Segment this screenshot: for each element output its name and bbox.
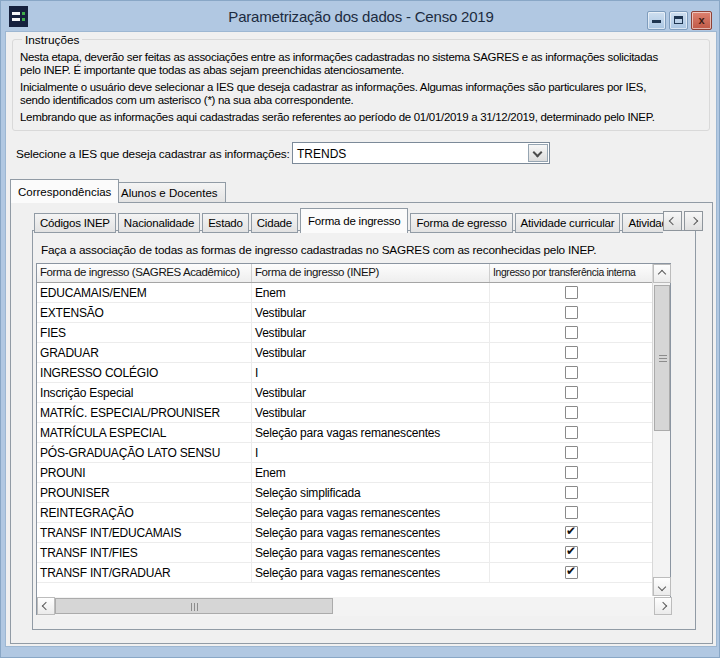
scroll-right-button[interactable] [654,597,672,615]
ies-combobox[interactable]: TRENDS [292,142,550,164]
grid-row[interactable]: PROUNISERSeleção simplificada✔ [37,483,654,503]
grid-row[interactable]: PROUNIEnem✔ [37,463,654,483]
cell-transferencia: ✔ [490,383,654,402]
grid-row[interactable]: REINTEGRAÇÃOSeleção para vagas remanesce… [37,503,654,523]
ies-combobox-dropdown-button[interactable] [528,144,548,162]
tab-scroll-prev-button[interactable] [663,211,682,231]
tab-alunos-e-docentes[interactable]: Alunos e Docentes [113,182,226,203]
column-header-transferencia[interactable]: Ingresso por transferência interna [490,264,654,282]
grid-row[interactable]: TRANSF INT/FIESSeleção para vagas remane… [37,543,654,563]
transfer-interna-checkbox[interactable]: ✔ [565,466,578,479]
transfer-interna-checkbox[interactable]: ✔ [565,486,578,499]
cell-sagres[interactable]: MATRÍC. ESPECIAL/PROUNISER [37,403,252,422]
cell-sagres[interactable]: PROUNISER [37,483,252,502]
minimize-button[interactable] [647,11,666,30]
chevron-down-icon [533,148,543,158]
grid-row[interactable]: EXTENSÃOVestibular✔ [37,303,654,323]
dialog-content: Instruções Nesta etapa, deverão ser feit… [5,31,717,647]
cell-sagres[interactable]: MATRÍCULA ESPECIAL [37,423,252,442]
thumb-grip-icon [191,603,198,611]
cell-sagres[interactable]: TRANSF INT/FIES [37,543,252,562]
forma-de-ingresso-panel: Faça a associação de todas as formas de … [32,230,696,630]
cell-sagres[interactable]: EXTENSÃO [37,303,252,322]
cell-sagres[interactable]: TRANSF INT/GRADUAR [37,563,252,582]
title-bar[interactable]: Parametrização dos dados - Censo 2019 x [1,1,720,31]
cell-inep[interactable]: Seleção para vagas remanescentes [252,503,490,522]
instructions-groupbox: Instruções Nesta etapa, deverão ser feit… [12,39,710,131]
cell-inep[interactable]: I [252,363,490,382]
cell-inep[interactable]: Vestibular [252,303,490,322]
cell-sagres[interactable]: INGRESSO COLÉGIO [37,363,252,382]
cell-transferencia: ✔ [490,523,654,542]
grid-row[interactable]: MATRÍCULA ESPECIALSeleção para vagas rem… [37,423,654,443]
cell-inep[interactable]: Seleção para vagas remanescentes [252,543,490,562]
transfer-interna-checkbox[interactable]: ✔ [565,566,578,579]
scroll-down-button[interactable] [653,577,671,596]
cell-sagres[interactable]: EDUCAMAIS/ENEM [37,283,252,302]
tab-scroll-next-button[interactable] [684,211,703,231]
tab-forma-de-ingresso[interactable]: Forma de ingresso [300,208,408,233]
vertical-scrollbar-thumb[interactable] [654,285,670,431]
grid-row[interactable]: GRADUARVestibular✔ [37,343,654,363]
cell-sagres[interactable]: Inscrição Especial [37,383,252,402]
tab-correspondencias[interactable]: Correspondências [10,179,119,203]
cell-inep[interactable]: Vestibular [252,343,490,362]
cell-sagres[interactable]: REINTEGRAÇÃO [37,503,252,522]
column-header-sagres[interactable]: Forma de ingresso (SAGRES Acadêmico) [37,264,252,282]
close-button[interactable]: x [691,11,712,30]
cell-sagres[interactable]: FIES [37,323,252,342]
cell-sagres[interactable]: PÓS-GRADUAÇÃO LATO SENSU [37,443,252,462]
tab-atividade-extracu[interactable]: Atividade extracu [622,213,663,233]
transfer-interna-checkbox[interactable]: ✔ [565,426,578,439]
grid-row[interactable]: FIESVestibular✔ [37,323,654,343]
cell-inep[interactable]: Seleção para vagas remanescentes [252,423,490,442]
cell-inep[interactable]: Seleção para vagas remanescentes [252,563,490,582]
horizontal-scrollbar-thumb[interactable] [55,598,333,614]
tab-nacionalidade[interactable]: Nacionalidade [118,213,200,233]
tab-atividade-curricular[interactable]: Atividade curricular [515,213,621,233]
cell-transferencia: ✔ [490,323,654,342]
transfer-interna-checkbox[interactable]: ✔ [565,406,578,419]
checkmark-icon: ✔ [566,524,576,538]
tab-estado[interactable]: Estado [202,213,249,233]
transfer-interna-checkbox[interactable]: ✔ [565,386,578,399]
tab-forma-de-egresso[interactable]: Forma de egresso [410,213,512,233]
cell-inep[interactable]: Enem [252,463,490,482]
transfer-interna-checkbox[interactable]: ✔ [565,346,578,359]
checkmark-icon: ✔ [566,544,576,558]
transfer-interna-checkbox[interactable]: ✔ [565,366,578,379]
cell-inep[interactable]: I [252,443,490,462]
transfer-interna-checkbox[interactable]: ✔ [565,286,578,299]
cell-inep[interactable]: Vestibular [252,323,490,342]
grid-body: EDUCAMAIS/ENEMEnem✔EXTENSÃOVestibular✔FI… [37,283,654,583]
grid-row[interactable]: TRANSF INT/EDUCAMAISSeleção para vagas r… [37,523,654,543]
grid-row[interactable]: PÓS-GRADUAÇÃO LATO SENSUI✔ [37,443,654,463]
grid-row[interactable]: Inscrição EspecialVestibular✔ [37,383,654,403]
grid-row[interactable]: EDUCAMAIS/ENEMEnem✔ [37,283,654,303]
cell-inep[interactable]: Enem [252,283,490,302]
cell-sagres[interactable]: GRADUAR [37,343,252,362]
tab-cidade[interactable]: Cidade [251,213,298,233]
scroll-left-button[interactable] [37,597,55,615]
cell-inep[interactable]: Seleção simplificada [252,483,490,502]
cell-sagres[interactable]: PROUNI [37,463,252,482]
tab-codigos-inep[interactable]: Códigos INEP [34,213,116,233]
vertical-scrollbar[interactable] [652,264,670,596]
transfer-interna-checkbox[interactable]: ✔ [565,446,578,459]
scroll-up-button[interactable] [653,264,671,283]
grid-row[interactable]: INGRESSO COLÉGIOI✔ [37,363,654,383]
transfer-interna-checkbox[interactable]: ✔ [565,306,578,319]
grid-row[interactable]: TRANSF INT/GRADUARSeleção para vagas rem… [37,563,654,583]
maximize-button[interactable] [669,11,688,30]
transfer-interna-checkbox[interactable]: ✔ [565,526,578,539]
cell-inep[interactable]: Vestibular [252,403,490,422]
transfer-interna-checkbox[interactable]: ✔ [565,326,578,339]
column-header-inep[interactable]: Forma de ingresso (INEP) [252,264,490,282]
transfer-interna-checkbox[interactable]: ✔ [565,506,578,519]
cell-inep[interactable]: Vestibular [252,383,490,402]
horizontal-scrollbar[interactable] [37,597,672,616]
transfer-interna-checkbox[interactable]: ✔ [565,546,578,559]
grid-row[interactable]: MATRÍC. ESPECIAL/PROUNISERVestibular✔ [37,403,654,423]
cell-inep[interactable]: Seleção para vagas remanescentes [252,523,490,542]
cell-sagres[interactable]: TRANSF INT/EDUCAMAIS [37,523,252,542]
